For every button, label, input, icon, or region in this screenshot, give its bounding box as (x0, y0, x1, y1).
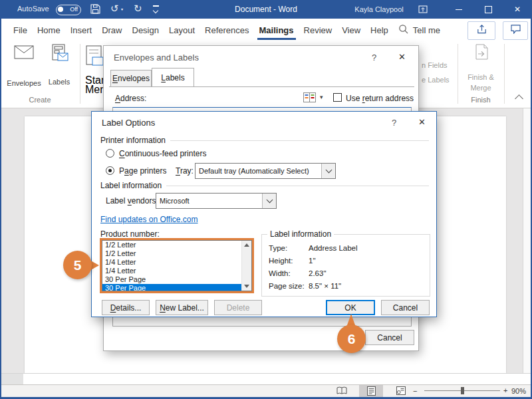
account-user-name[interactable]: Kayla Claypool (346, 5, 412, 13)
info-row: Type:Address Label (269, 242, 426, 255)
label-information-group: Label information (100, 181, 429, 190)
tab-help[interactable]: Help (370, 25, 388, 35)
title-bar: AutoSave Off ↺ ▾ ↻ Document - Word Kayla… (0, 0, 532, 19)
tab-draw[interactable]: Draw (102, 25, 122, 35)
info-row: Width:2.63" (269, 267, 426, 280)
tab-insert[interactable]: Insert (70, 25, 92, 35)
envelope-icon (14, 45, 34, 62)
continuous-feed-radio[interactable] (106, 149, 114, 158)
print-layout-icon[interactable] (367, 386, 376, 396)
close-button[interactable]: ✕ (503, 0, 532, 19)
qat-customize-icon[interactable] (153, 5, 159, 7)
ribbon-tab-row: File Home Insert Draw Design Layout Refe… (0, 19, 532, 41)
collapse-ribbon-icon[interactable] (515, 94, 523, 103)
dialog-close-icon[interactable]: ✕ (398, 52, 406, 62)
tab-view[interactable]: View (342, 25, 360, 35)
dropdown-arrow-icon[interactable] (262, 194, 276, 208)
dialog-help-icon[interactable]: ? (392, 118, 396, 128)
autosave-toggle-knob (58, 7, 63, 12)
new-label-button[interactable]: New Label... (156, 300, 208, 315)
scroll-down-icon[interactable] (244, 285, 249, 288)
use-return-address-checkbox[interactable] (333, 93, 342, 102)
find-updates-link[interactable]: Find updates on Office.com (100, 215, 198, 224)
tab-design[interactable]: Design (132, 25, 159, 35)
tab-strip-line (109, 86, 414, 87)
qat-customize-chevron-icon[interactable] (153, 8, 158, 13)
label-vendors-dropdown[interactable]: Microsoft (156, 193, 277, 209)
group-divider (504, 44, 505, 104)
web-layout-icon[interactable] (396, 386, 406, 395)
page-printers-radio[interactable] (106, 166, 114, 175)
envelopes-tab[interactable]: Envelopes (110, 70, 152, 87)
zoom-out-icon[interactable]: − (413, 387, 417, 395)
tab-mailings[interactable]: Mailings (259, 25, 294, 35)
zoom-in-icon[interactable]: + (503, 386, 507, 394)
dialog-title: Envelopes and Labels (114, 53, 199, 63)
product-number-list[interactable]: 1/2 Letter 1/2 Letter 1/4 Letter 1/4 Let… (102, 240, 252, 291)
horizontal-scrollbar-notch (0, 374, 23, 384)
product-number-label: Product number: (100, 229, 160, 239)
autosave-toggle[interactable]: Off (56, 5, 81, 15)
window-title: Document - Word (200, 5, 332, 14)
ribbon-display-options-icon[interactable] (418, 5, 428, 17)
finish-merge-button: Finish & Merge (462, 44, 500, 92)
printer-information-group: Printer information (100, 136, 429, 145)
zoom-slider-thumb[interactable] (461, 387, 464, 394)
comment-icon (511, 25, 521, 37)
labels-tab[interactable]: Labels (152, 68, 194, 87)
maximize-icon (485, 6, 492, 13)
maximize-button[interactable] (473, 0, 503, 19)
tell-me-label: Tell me (413, 25, 440, 35)
list-item-selected[interactable]: 30 Per Page (102, 284, 251, 291)
comments-button[interactable] (503, 21, 528, 40)
autosave-state: Off (70, 6, 78, 13)
tell-me-box[interactable]: Tell me (398, 24, 440, 36)
list-item[interactable]: 30 Per Page (102, 275, 251, 284)
list-scrollbar[interactable] (241, 241, 251, 291)
share-button[interactable] (467, 21, 495, 40)
tray-dropdown[interactable]: Default tray (Automatically Select) (195, 163, 336, 179)
labels-icon (51, 44, 68, 65)
window-border (0, 19, 1, 397)
dialog-help-icon[interactable]: ? (372, 53, 376, 63)
save-icon[interactable] (90, 4, 100, 17)
undo-icon[interactable]: ↺ (110, 3, 119, 13)
list-item[interactable]: 1/4 Letter (102, 267, 251, 275)
tab-layout[interactable]: Layout (169, 25, 195, 35)
delete-button: Delete (214, 300, 262, 315)
list-item[interactable]: 1/2 Letter (102, 241, 251, 249)
list-item[interactable]: 1/4 Letter (102, 258, 251, 267)
scroll-up-icon[interactable] (244, 243, 249, 247)
tab-review[interactable]: Review (304, 25, 332, 35)
page-printers-label: Page printers (119, 166, 166, 176)
share-icon (476, 24, 487, 37)
read-mode-icon[interactable] (336, 386, 347, 395)
minimize-button[interactable] (444, 0, 473, 19)
finish-merge-icon (472, 44, 489, 66)
tab-file[interactable]: File (13, 25, 27, 35)
start-mail-merge-button-partial[interactable]: Start Merg (84, 44, 103, 105)
tab-home[interactable]: Home (37, 25, 61, 35)
zoom-level[interactable]: 90% (511, 387, 526, 395)
group-divider (80, 44, 80, 104)
product-number-highlight: 1/2 Letter 1/2 Letter 1/4 Letter 1/4 Let… (100, 238, 254, 293)
labels-button[interactable]: Labels (44, 44, 74, 86)
tab-references[interactable]: References (205, 25, 249, 35)
finish-group-label: Finish (462, 96, 500, 104)
insert-address-icon[interactable] (303, 92, 316, 105)
redo-icon[interactable]: ↻ (134, 3, 142, 13)
details-button[interactable]: Details... (102, 300, 150, 315)
envelopes-dialog-cancel-button[interactable]: Cancel (365, 330, 414, 345)
cancel-button[interactable]: Cancel (381, 300, 430, 315)
envelopes-button[interactable]: Envelopes (5, 45, 43, 87)
list-item[interactable]: 1/2 Letter (102, 249, 251, 258)
horizontal-scrollbar[interactable] (0, 373, 532, 384)
insert-address-dropdown-icon[interactable]: ▾ (320, 94, 323, 100)
dialog-close-icon[interactable]: ✕ (418, 117, 426, 127)
undo-dropdown-icon[interactable]: ▾ (121, 7, 123, 11)
update-labels-label-partial: e Labels (422, 76, 450, 84)
label-options-dialog: Label Options ? ✕ Printer information Co… (91, 111, 437, 317)
envelopes-button-label: Envelopes (7, 79, 41, 87)
ok-button[interactable]: OK (326, 300, 375, 315)
dropdown-arrow-icon[interactable] (321, 164, 335, 178)
